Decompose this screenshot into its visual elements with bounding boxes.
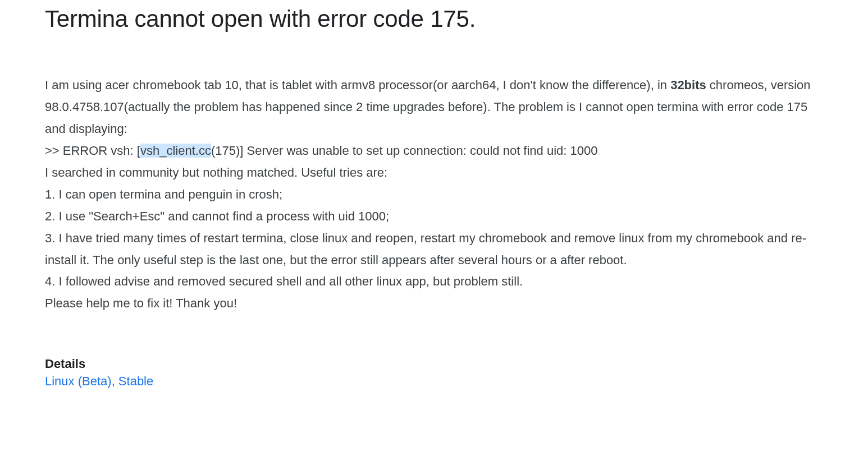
details-section: Details Linux (Beta), Stable	[45, 357, 823, 389]
para1-bold: 32bits	[670, 78, 706, 92]
paragraph-intro: I am using acer chromebook tab 10, that …	[45, 75, 823, 140]
details-link-stable[interactable]: Stable	[118, 374, 153, 388]
details-links: Linux (Beta), Stable	[45, 374, 823, 389]
closing-line: Please help me to fix it! Thank you!	[45, 293, 823, 315]
para1-pre: I am using acer chromebook tab 10, that …	[45, 78, 670, 92]
post-body: I am using acer chromebook tab 10, that …	[45, 75, 823, 315]
tries-intro: I searched in community but nothing matc…	[45, 162, 823, 184]
try-item-2: 2. I use "Search+Esc" and cannot find a …	[45, 206, 823, 228]
error-post: (175)] Server was unable to set up conne…	[211, 144, 598, 158]
try-item-3: 3. I have tried many times of restart te…	[45, 228, 823, 271]
error-highlight: vsh_client.cc	[140, 144, 211, 158]
try-item-4: 4. I followed advise and removed secured…	[45, 271, 823, 293]
error-pre: >> ERROR vsh: [	[45, 144, 140, 158]
post-title: Termina cannot open with error code 175.	[45, 6, 823, 33]
details-link-linux-beta[interactable]: Linux (Beta)	[45, 374, 112, 388]
try-item-1: 1. I can open termina and penguin in cro…	[45, 184, 823, 206]
error-line: >> ERROR vsh: [vsh_client.cc(175)] Serve…	[45, 140, 823, 162]
details-label: Details	[45, 357, 823, 371]
details-separator: ,	[112, 374, 118, 388]
